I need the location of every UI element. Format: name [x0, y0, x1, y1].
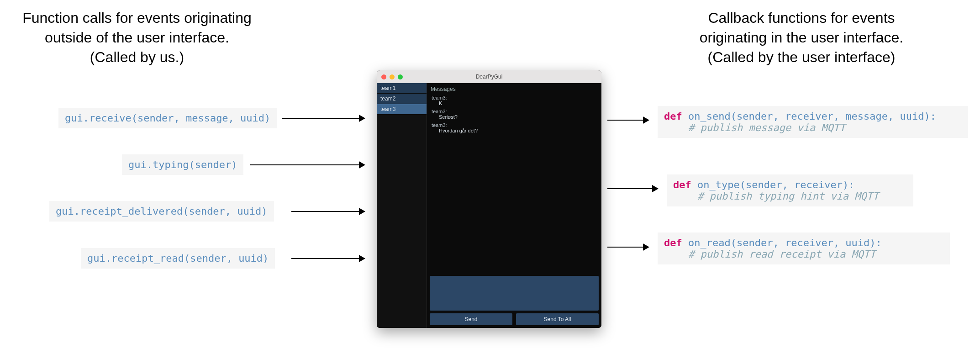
comment-on-type: # publish typing hint via MQTT — [673, 190, 879, 202]
message-text: Seriøst? — [432, 114, 597, 120]
sidebar-item-team1[interactable]: team1 — [377, 83, 427, 94]
keyword-def: def — [664, 111, 682, 122]
app-body: team1team2team3 Messages team3:Kteam3:Se… — [377, 83, 601, 328]
message-item: team3:Hvordan går det? — [432, 122, 597, 133]
code-on-type: def on_type(sender, receiver): # publish… — [667, 174, 913, 206]
code-on-send: def on_send(sender, receiver, message, u… — [658, 106, 968, 138]
content-area: Messages team3:Kteam3:Seriøst?team3:Hvor… — [427, 83, 601, 328]
code-gui-receipt-read: gui.receipt_read(sender, uuid) — [81, 248, 275, 269]
arrow-icon — [291, 211, 364, 212]
left-heading: Function calls for events originatingout… — [9, 8, 265, 68]
sidebar-item-team3[interactable]: team3 — [377, 104, 427, 115]
message-sender: team3: — [432, 122, 597, 128]
titlebar: DearPyGui — [377, 70, 601, 83]
right-heading: Callback functions for eventsoriginating… — [667, 8, 936, 68]
messages-list: team3:Kteam3:Seriøst?team3:Hvordan går d… — [430, 94, 599, 136]
code-gui-receive: gui.receive(sender, message, uuid) — [58, 108, 277, 128]
messages-label: Messages — [431, 86, 598, 92]
code-on-read: def on_read(sender, receiver, uuid): # p… — [658, 232, 950, 264]
comment-on-read: # publish read receipt via MQTT — [664, 248, 876, 260]
button-row: Send Send To All — [430, 313, 599, 325]
arrow-icon — [282, 118, 364, 119]
sidebar: team1team2team3 — [377, 83, 427, 328]
code-gui-receipt-delivered: gui.receipt_delivered(sender, uuid) — [49, 201, 274, 222]
message-text: K — [432, 100, 597, 106]
arrow-icon — [607, 120, 648, 121]
comment-on-send: # publish message via MQTT — [664, 122, 845, 133]
arrow-icon — [607, 188, 658, 189]
sidebar-item-team2[interactable]: team2 — [377, 94, 427, 104]
send-all-button[interactable]: Send To All — [516, 313, 599, 325]
code-gui-typing: gui.typing(sender) — [122, 154, 243, 175]
compose-input[interactable] — [430, 276, 599, 311]
sig-on-type: on_type(sender, receiver): — [691, 179, 855, 190]
sig-on-read: on_read(sender, receiver, uuid): — [682, 237, 882, 248]
sig-on-send: on_send(sender, receiver, message, uuid)… — [682, 111, 936, 122]
arrow-icon — [291, 258, 364, 259]
send-button[interactable]: Send — [430, 313, 512, 325]
window-title: DearPyGui — [377, 74, 601, 80]
message-text: Hvordan går det? — [432, 128, 597, 133]
arrow-icon — [607, 247, 648, 248]
keyword-def: def — [673, 179, 691, 190]
message-sender: team3: — [432, 95, 597, 100]
message-sender: team3: — [432, 109, 597, 114]
keyword-def: def — [664, 237, 682, 248]
message-item: team3:K — [432, 95, 597, 106]
app-window: DearPyGui team1team2team3 Messages team3… — [377, 70, 601, 328]
arrow-icon — [250, 164, 364, 165]
message-item: team3:Seriøst? — [432, 109, 597, 120]
